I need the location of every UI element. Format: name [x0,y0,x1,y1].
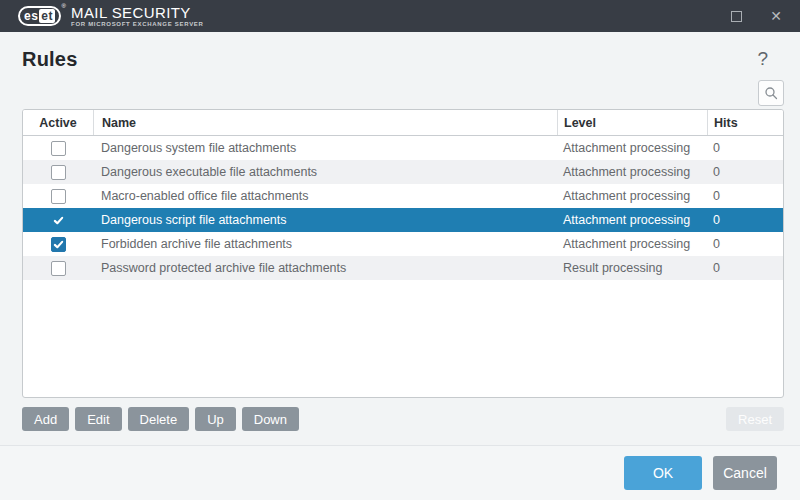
rule-name: Dangerous system file attachments [93,136,557,160]
active-checkbox[interactable] [51,237,66,252]
active-checkbox[interactable] [51,141,66,156]
add-button[interactable]: Add [22,407,69,431]
content-area: Rules ? Active Name Level Hits [0,32,800,435]
rule-name: Forbidden archive file attachments [93,232,557,256]
registered-mark: ® [62,3,66,9]
dialog-footer: OK Cancel [0,445,800,500]
table-row[interactable]: Macro-enabled office file attachments At… [23,184,783,208]
table-body: Dangerous system file attachments Attach… [23,136,783,397]
page-title: Rules [22,48,77,71]
brand-block: MAIL SECURITY FOR MICROSOFT EXCHANGE SER… [71,5,204,27]
table-header: Active Name Level Hits [23,110,783,136]
eset-logo-es: es [24,9,38,23]
column-header-level[interactable]: Level [557,110,707,135]
titlebar: eset ® MAIL SECURITY FOR MICROSOFT EXCHA… [0,0,800,32]
eset-logo-et: et [39,9,55,23]
active-checkbox[interactable] [51,261,66,276]
rule-name: Macro-enabled office file attachments [93,184,557,208]
rule-hits: 0 [707,208,783,232]
maximize-icon [731,11,742,22]
search-row [22,80,784,106]
rule-name: Password protected archive file attachme… [93,256,557,280]
check-icon [53,239,64,250]
eset-logo: eset ® [18,6,61,26]
rule-hits: 0 [707,160,783,184]
table-row[interactable]: Dangerous executable file attachments At… [23,160,783,184]
window-controls: ✕ [728,8,784,24]
rule-hits: 0 [707,256,783,280]
table-row[interactable]: Dangerous script file attachments Attach… [23,208,783,232]
reset-button[interactable]: Reset [726,407,784,431]
rule-name: Dangerous executable file attachments [93,160,557,184]
check-icon [53,215,64,226]
maximize-button[interactable] [728,8,744,24]
close-icon: ✕ [770,9,782,23]
search-button[interactable] [758,80,784,106]
column-header-name[interactable]: Name [93,110,557,135]
active-checkbox[interactable] [51,213,66,228]
rule-level: Result processing [557,256,707,280]
table-row[interactable]: Forbidden archive file attachments Attac… [23,232,783,256]
help-icon[interactable]: ? [757,48,768,70]
rule-hits: 0 [707,184,783,208]
rule-level: Attachment processing [557,160,707,184]
table-row[interactable]: Dangerous system file attachments Attach… [23,136,783,160]
rule-level: Attachment processing [557,184,707,208]
rule-level: Attachment processing [557,136,707,160]
edit-button[interactable]: Edit [75,407,121,431]
column-header-active[interactable]: Active [23,110,93,135]
ok-button[interactable]: OK [624,456,702,490]
column-header-hits[interactable]: Hits [707,110,783,135]
table-row[interactable]: Password protected archive file attachme… [23,256,783,280]
up-button[interactable]: Up [195,407,236,431]
rule-actions: Add Edit Delete Up Down Reset [22,407,784,431]
cancel-button[interactable]: Cancel [713,456,777,490]
close-button[interactable]: ✕ [768,8,784,24]
delete-button[interactable]: Delete [128,407,190,431]
product-subtitle: FOR MICROSOFT EXCHANGE SERVER [71,21,204,27]
search-icon [764,86,778,100]
rule-hits: 0 [707,136,783,160]
down-button[interactable]: Down [242,407,299,431]
rule-level: Attachment processing [557,208,707,232]
active-checkbox[interactable] [51,189,66,204]
rules-table: Active Name Level Hits Dangerous system … [22,109,784,398]
page-header: Rules ? [22,45,784,73]
rule-hits: 0 [707,232,783,256]
app-window: eset ® MAIL SECURITY FOR MICROSOFT EXCHA… [0,0,800,500]
rule-level: Attachment processing [557,232,707,256]
product-name: MAIL SECURITY [71,5,204,20]
active-checkbox[interactable] [51,165,66,180]
rule-name: Dangerous script file attachments [93,208,557,232]
